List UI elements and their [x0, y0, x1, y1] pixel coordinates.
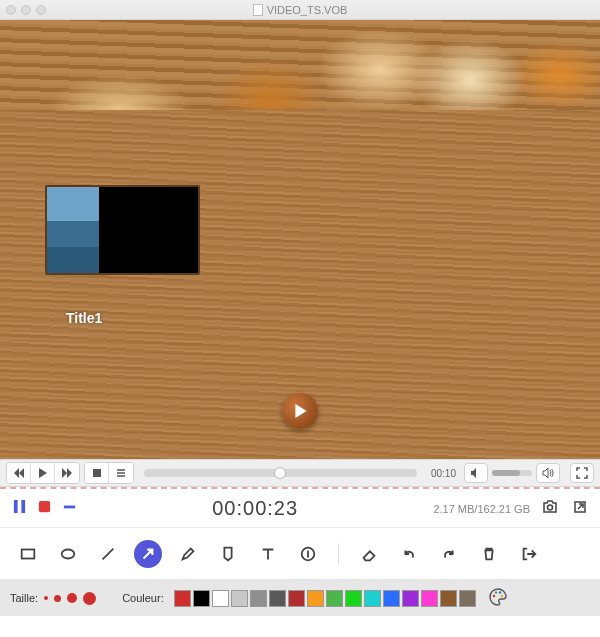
- svg-rect-1: [14, 500, 18, 513]
- color-swatch-14[interactable]: [440, 590, 457, 607]
- stop-menu-group: [84, 462, 134, 484]
- seek-slider[interactable]: [144, 469, 417, 477]
- recording-storage-label: 2.17 MB/162.21 GB: [433, 503, 530, 515]
- playback-transport-group: [6, 462, 80, 484]
- redo-icon: [440, 545, 458, 563]
- size-option-4[interactable]: [83, 592, 96, 605]
- menu-title-label[interactable]: Title1: [66, 310, 102, 326]
- color-swatch-9[interactable]: [345, 590, 362, 607]
- color-swatch-6[interactable]: [288, 590, 305, 607]
- stop-button[interactable]: [85, 463, 109, 483]
- minimize-recording-button[interactable]: [62, 499, 77, 518]
- color-swatch-3[interactable]: [231, 590, 248, 607]
- stop-recording-button[interactable]: [37, 499, 52, 518]
- ellipse-tool[interactable]: [54, 540, 82, 568]
- fast-forward-button[interactable]: [55, 463, 79, 483]
- player-controls: 00:10: [0, 459, 600, 487]
- volume-slider[interactable]: [492, 470, 532, 476]
- marker-icon: [219, 545, 237, 563]
- recording-elapsed-time: 00:00:23: [89, 497, 421, 520]
- fullscreen-button[interactable]: [570, 463, 594, 483]
- playlist-button[interactable]: [109, 463, 133, 483]
- screenshot-button[interactable]: [542, 499, 558, 519]
- traffic-zoom[interactable]: [36, 5, 46, 15]
- traffic-minimize[interactable]: [21, 5, 31, 15]
- color-swatch-7[interactable]: [307, 590, 324, 607]
- arrow-tool[interactable]: [134, 540, 162, 568]
- color-picker-button[interactable]: [488, 587, 508, 609]
- size-label: Taille:: [10, 592, 38, 604]
- color-swatch-1[interactable]: [193, 590, 210, 607]
- color-swatch-10[interactable]: [364, 590, 381, 607]
- color-swatch-5[interactable]: [269, 590, 286, 607]
- size-option-2[interactable]: [54, 595, 61, 602]
- pause-icon: [12, 499, 27, 514]
- color-swatch-0[interactable]: [174, 590, 191, 607]
- toolbar-separator: [338, 543, 339, 565]
- volume-button[interactable]: [536, 463, 560, 483]
- trash-icon: [480, 545, 498, 563]
- play-icon: [294, 404, 308, 418]
- exit-annotation-button[interactable]: [515, 540, 543, 568]
- mute-button[interactable]: [464, 463, 488, 483]
- annotation-toolbar: [0, 528, 600, 580]
- window-title-text: VIDEO_TS.VOB: [267, 4, 348, 16]
- palette-icon: [488, 587, 508, 607]
- menu-thumbnail-image: [47, 187, 99, 273]
- pen-tool[interactable]: [174, 540, 202, 568]
- svg-rect-2: [21, 500, 25, 513]
- svg-rect-3: [39, 501, 50, 512]
- number-callout-tool[interactable]: [294, 540, 322, 568]
- play-button[interactable]: [31, 463, 55, 483]
- color-swatch-15[interactable]: [459, 590, 476, 607]
- svg-point-10: [495, 591, 497, 593]
- color-swatch-2[interactable]: [212, 590, 229, 607]
- number-icon: [299, 545, 317, 563]
- size-option-1[interactable]: [44, 596, 48, 600]
- svg-point-12: [501, 595, 503, 597]
- eraser-tool[interactable]: [355, 540, 383, 568]
- list-icon: [115, 467, 127, 479]
- svg-point-9: [493, 595, 495, 597]
- recorder-controls: [12, 499, 77, 518]
- play-icon: [37, 467, 49, 479]
- undo-button[interactable]: [395, 540, 423, 568]
- app-window: VIDEO_TS.VOB Title1 00:10: [0, 0, 600, 637]
- menu-thumbnail[interactable]: [45, 185, 200, 275]
- minimize-icon: [62, 499, 77, 514]
- stop-icon: [91, 467, 103, 479]
- window-title: VIDEO_TS.VOB: [0, 4, 600, 16]
- delete-button[interactable]: [475, 540, 503, 568]
- pause-recording-button[interactable]: [12, 499, 27, 518]
- window-traffic-lights: [6, 5, 46, 15]
- marker-tool[interactable]: [214, 540, 242, 568]
- ellipse-icon: [59, 545, 77, 563]
- svg-rect-0: [93, 469, 101, 477]
- color-swatch-11[interactable]: [383, 590, 400, 607]
- fullscreen-icon: [576, 467, 588, 479]
- svg-rect-6: [22, 549, 35, 558]
- open-external-button[interactable]: [572, 499, 588, 519]
- seek-thumb[interactable]: [274, 467, 286, 479]
- volume-fill: [492, 470, 520, 476]
- svg-point-11: [499, 591, 501, 593]
- text-tool[interactable]: [254, 540, 282, 568]
- redo-button[interactable]: [435, 540, 463, 568]
- color-swatch-12[interactable]: [402, 590, 419, 607]
- text-icon: [259, 545, 277, 563]
- line-tool[interactable]: [94, 540, 122, 568]
- record-stop-icon: [37, 499, 52, 514]
- rewind-button[interactable]: [7, 463, 31, 483]
- rectangle-tool[interactable]: [14, 540, 42, 568]
- size-option-3[interactable]: [67, 593, 77, 603]
- traffic-close[interactable]: [6, 5, 16, 15]
- color-swatch-4[interactable]: [250, 590, 267, 607]
- center-play-button[interactable]: [282, 393, 318, 429]
- speaker-mute-icon: [470, 467, 482, 479]
- color-swatch-13[interactable]: [421, 590, 438, 607]
- color-swatch-8[interactable]: [326, 590, 343, 607]
- rectangle-icon: [19, 545, 37, 563]
- undo-icon: [400, 545, 418, 563]
- recorder-right-controls: [542, 499, 588, 519]
- palette-row: Taille: Couleur:: [0, 580, 600, 616]
